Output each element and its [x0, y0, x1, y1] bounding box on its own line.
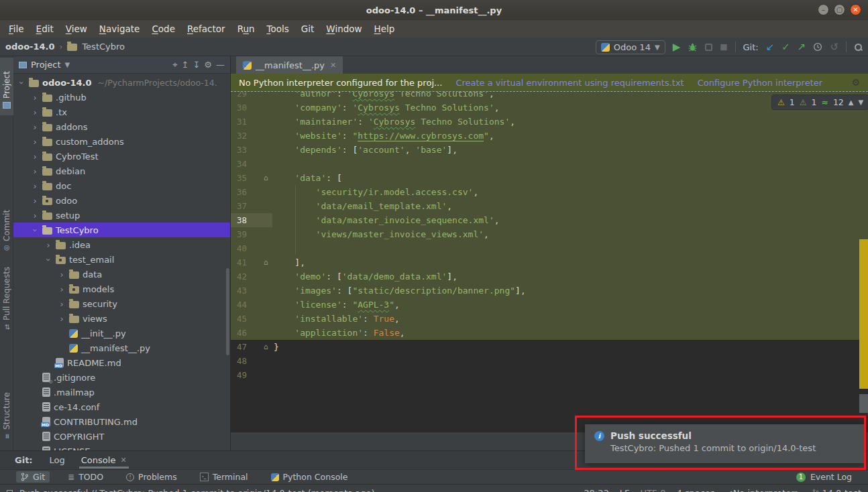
tree-item-github[interactable]: ›.github — [13, 90, 230, 105]
chevron-right-icon[interactable]: › — [31, 137, 39, 147]
status-no-interpreter[interactable]: <No interpreter> — [726, 488, 802, 492]
chevron-right-icon[interactable]: › — [58, 299, 66, 309]
chevron-right-icon[interactable]: › — [44, 240, 52, 250]
toolwindow-button-project[interactable]: Project — [0, 62, 13, 118]
tree-item-setup[interactable]: ›setup — [13, 208, 230, 223]
status-message[interactable]: Push successful // TestCybro: Pushed 1 c… — [19, 488, 375, 492]
tree-item-custom-addons[interactable]: ›custom_addons — [13, 134, 230, 149]
tree-item-mailmap[interactable]: .mailmap — [13, 385, 230, 399]
tree-item-license[interactable]: LICENSE — [13, 444, 230, 450]
stop-button[interactable]: ■ — [720, 43, 727, 51]
tree-item-security[interactable]: ›security — [13, 296, 230, 311]
menu-run[interactable]: Run — [231, 23, 261, 34]
breadcrumb-folder[interactable]: TestCybro — [82, 42, 125, 52]
fold-marker-icon[interactable]: ⌂ — [264, 255, 268, 269]
status-lf[interactable]: LF — [620, 488, 630, 492]
chevron-right-icon[interactable]: › — [31, 210, 39, 221]
status-4-spaces[interactable]: 4 spaces — [676, 488, 714, 492]
scrollbar-warning-stripe[interactable] — [859, 239, 868, 389]
fold-marker-icon[interactable]: ⌂ — [264, 340, 268, 354]
toolwindow-button-python-console[interactable]: Python Console — [266, 471, 353, 483]
code-line-49[interactable]: 49 — [231, 368, 868, 382]
toolwindow-button-git[interactable]: Git — [16, 471, 50, 483]
gear-icon[interactable]: ⚙ — [204, 60, 212, 70]
status-38-23[interactable]: 38:23 — [584, 488, 608, 492]
tree-item-cybrotest[interactable]: ›CybroTest — [13, 149, 230, 164]
create-venv-link[interactable]: Create a virtual environment using requi… — [455, 78, 684, 88]
chevron-right-icon[interactable]: › — [31, 93, 39, 103]
git-tab-log[interactable]: Log — [44, 452, 71, 469]
tree-item-test-email[interactable]: ›test_email — [13, 252, 230, 267]
menu-edit[interactable]: Edit — [30, 23, 60, 34]
chevron-right-icon[interactable]: › — [58, 284, 66, 294]
close-icon[interactable]: ✕ — [120, 456, 126, 465]
code-line-31[interactable]: 31 'maintainer': 'Cybrosys Techno Soluti… — [231, 115, 868, 129]
code-line-39[interactable]: 39 'views/master_invoice_views.xml', — [231, 227, 868, 241]
menu-tools[interactable]: Tools — [261, 23, 295, 34]
inspections-widget[interactable]: ⚠1 ⚠1 ≈12 ▲ ▼ — [771, 95, 868, 110]
code-line-44[interactable]: 44 'license': "AGPL-3", — [231, 298, 868, 312]
tree-item-odoo[interactable]: ›odoo — [13, 193, 230, 208]
close-button[interactable]: ✕ — [850, 4, 861, 15]
tree-item-models[interactable]: ›models — [13, 282, 230, 296]
menu-git[interactable]: Git — [295, 23, 321, 34]
gear-icon[interactable]: ⚙ — [851, 77, 860, 88]
code-line-47[interactable]: 47⌂} — [231, 340, 868, 354]
locate-file-icon[interactable]: ⌖ — [172, 60, 177, 70]
tab-manifest-py[interactable]: __manifest__.py ✕ — [236, 56, 343, 74]
toolwindow-button-todo[interactable]: ≣TODO — [63, 471, 108, 483]
tree-item-readme-md[interactable]: MDREADME.md — [13, 355, 230, 370]
push-button[interactable]: ↗ — [798, 42, 806, 52]
hide-panel-icon[interactable]: — — [216, 60, 225, 70]
rollback-button[interactable]: ↺ — [830, 42, 838, 52]
toolwindow-button-pull-requests[interactable]: ⇄Pull Requests — [0, 256, 13, 341]
tree-item-testcybro[interactable]: ›TestCybro — [13, 223, 230, 237]
tree-item-data[interactable]: ›data — [13, 267, 230, 282]
code-line-48[interactable]: 48 — [231, 354, 868, 368]
chevron-down-icon[interactable]: ▼ — [64, 61, 70, 68]
code-editor[interactable]: 29 'author': 'Cybrosys Techno Solutions'… — [231, 74, 868, 432]
menu-refactor[interactable]: Refactor — [181, 23, 231, 34]
tree-item-manifest-py[interactable]: __manifest__.py — [13, 341, 230, 355]
tree-item-idea[interactable]: ›.idea — [13, 237, 230, 252]
project-panel-title[interactable]: Project — [31, 60, 60, 70]
expand-all-icon[interactable]: ↥ — [182, 60, 189, 70]
code-line-46[interactable]: 46 'application': False, — [231, 326, 868, 340]
chevron-down-icon[interactable]: › — [30, 226, 40, 234]
chevron-right-icon[interactable]: › — [31, 107, 39, 117]
tree-item-init-py[interactable]: __init__.py — [13, 326, 230, 341]
status-14-0-test[interactable]: 14.0-test — [812, 488, 861, 492]
code-line-33[interactable]: 33 'depends': ['account', 'base'], — [231, 143, 868, 157]
tree-item-contributing-md[interactable]: MDCONTRIBUTING.md — [13, 414, 230, 429]
search-everywhere-icon[interactable] — [854, 43, 863, 52]
debug-button[interactable] — [688, 42, 698, 52]
code-line-36[interactable]: 36 'security/ir.model.access.csv', — [231, 185, 868, 199]
status-utf-8[interactable]: UTF-8 — [641, 488, 666, 492]
toolwindow-toggle-icon[interactable] — [7, 490, 13, 492]
code-line-32[interactable]: 32 'website': "https://www.cybrosys.com"… — [231, 129, 868, 143]
menu-view[interactable]: View — [60, 23, 93, 34]
chevron-right-icon[interactable]: › — [31, 122, 39, 132]
code-line-35[interactable]: 35⌂ 'data': [ — [231, 171, 868, 185]
maximize-button[interactable]: ▢ — [834, 4, 845, 15]
git-tab-console[interactable]: Console✕ — [75, 452, 133, 469]
tree-item-copyright[interactable]: COPYRIGHT — [13, 429, 230, 444]
menu-file[interactable]: File — [3, 23, 30, 34]
toolwindow-button-terminal[interactable]: ›_Terminal — [195, 471, 253, 483]
code-line-34[interactable]: 34 — [231, 157, 868, 171]
project-scrollbar[interactable] — [226, 268, 229, 355]
code-line-40[interactable]: 40 — [231, 241, 868, 255]
tree-item-doc[interactable]: ›doc — [13, 178, 230, 193]
history-button[interactable] — [813, 42, 822, 52]
next-issue-icon[interactable]: ▼ — [859, 99, 864, 106]
code-line-38[interactable]: 38 'data/master_invoice_sequence.xml', — [231, 213, 868, 227]
breadcrumb-project[interactable]: odoo-14.0 — [5, 42, 55, 52]
menu-code[interactable]: Code — [146, 23, 181, 34]
close-tab-icon[interactable]: ✕ — [330, 61, 336, 70]
coverage-button[interactable] — [705, 44, 712, 51]
chevron-down-icon[interactable]: › — [44, 255, 54, 263]
run-button[interactable]: ▶ — [673, 42, 681, 52]
configure-interpreter-link[interactable]: Configure Python interpreter — [698, 78, 822, 88]
menu-window[interactable]: Window — [320, 23, 368, 34]
collapse-all-icon[interactable]: ↧ — [193, 60, 200, 70]
